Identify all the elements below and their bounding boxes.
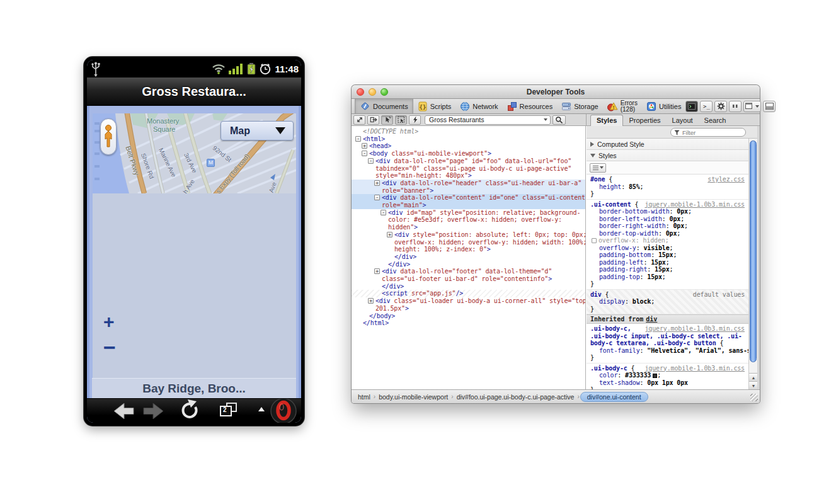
dom-line[interactable]: overflow-x: hidden; overflow-y: hidden; …: [352, 239, 585, 246]
dom-line[interactable]: +<div class="ui-loader ui-body-a ui-corn…: [352, 297, 585, 305]
dom-line[interactable]: +<div data-lol-role="header" class="ui-h…: [352, 180, 585, 187]
highlight-on-hover-button[interactable]: [381, 115, 393, 125]
css-property[interactable]: border-right-width: 0px;: [590, 222, 745, 230]
css-property[interactable]: overflow-y: visible;: [590, 244, 745, 252]
dom-line[interactable]: <!DOCTYPE html>: [352, 128, 585, 135]
css-property[interactable]: height: 85%;: [590, 183, 745, 191]
dom-line[interactable]: -<div id="map" style="position: relative…: [352, 209, 585, 217]
dom-line[interactable]: hidden">: [352, 224, 585, 231]
map-widget[interactable]: MonasterySquareBelt PkwyShore RdMarine A…: [93, 113, 296, 193]
dom-line[interactable]: role="main">: [352, 202, 585, 209]
rule-selector[interactable]: .ui-body-c: [590, 365, 627, 372]
css-property[interactable]: display: block;: [590, 298, 745, 306]
dom-line[interactable]: style="min-height: 480px">: [352, 172, 585, 180]
dom-line[interactable]: </div>: [352, 283, 585, 290]
stylesheet-link[interactable]: jquery.mobile-1.0b3.min.css: [644, 325, 745, 333]
breadcrumb-item[interactable]: html: [355, 392, 373, 401]
breadcrumb-item[interactable]: body.ui-mobile-viewport: [376, 392, 450, 401]
dom-line[interactable]: +<div data-lol-role="footer" data-lol-th…: [352, 268, 585, 275]
remote-debug-button[interactable]: [729, 101, 742, 112]
tab-resources[interactable]: Resources: [503, 99, 558, 113]
rule-selector[interactable]: div: [590, 291, 602, 298]
dom-line[interactable]: +<div style="position: absolute; left: 0…: [352, 231, 585, 239]
collapse-icon[interactable]: -: [374, 195, 380, 200]
filter-field[interactable]: [670, 128, 746, 137]
breadcrumb-item[interactable]: div#foo.ui-page.ui-body-c.ui-page-active: [454, 392, 577, 401]
computed-style-section[interactable]: Computed Style: [587, 139, 748, 150]
zoom-in-control[interactable]: +: [103, 311, 115, 333]
export-dom-button[interactable]: [367, 115, 379, 125]
css-property[interactable]: padding-left: 15px;: [590, 259, 745, 266]
dom-line[interactable]: </body>: [352, 312, 585, 320]
tab-utilities[interactable]: Utilities: [642, 99, 685, 113]
dom-line[interactable]: </html>: [352, 319, 585, 327]
stylesheet-link[interactable]: jquery.mobile-1.0b3.min.css: [644, 365, 745, 372]
stylesheet-link[interactable]: stylez.css: [707, 176, 745, 183]
close-window-icon[interactable]: [357, 88, 364, 96]
tab-styles[interactable]: Styles: [590, 115, 623, 126]
console-panel-button[interactable]: [685, 101, 698, 112]
tab-count-badge[interactable]: 2: [223, 406, 227, 413]
css-property[interactable]: border-left-width: 0px;: [590, 215, 745, 223]
dom-line[interactable]: </div>: [352, 253, 585, 261]
dom-line[interactable]: role="banner">: [352, 187, 585, 195]
select-element-button[interactable]: [395, 115, 407, 125]
zoom-window-icon[interactable]: [381, 88, 388, 96]
dom-line[interactable]: class="ui-footer ui-bar-d" role="content…: [352, 275, 585, 283]
dom-line[interactable]: -<html>: [352, 135, 585, 143]
collapse-icon[interactable]: -: [368, 158, 374, 164]
tab-errors[interactable]: ! Errors (128): [603, 99, 642, 113]
street-view-pegman-control[interactable]: [100, 118, 117, 155]
devtools-titlebar[interactable]: Developer Tools: [352, 85, 760, 99]
stylesheet-link[interactable]: jquery.mobile-1.0b3.min.css: [644, 201, 745, 209]
scroll-down-button[interactable]: ▼: [749, 381, 758, 389]
expand-icon[interactable]: +: [362, 143, 367, 149]
dom-line[interactable]: -<div data-lol-role="content" id="one" c…: [352, 194, 585, 202]
css-property[interactable]: padding-top: 15px;: [590, 273, 745, 281]
expand-icon[interactable]: +: [374, 180, 380, 186]
collapse-icon[interactable]: -: [355, 136, 361, 142]
breadcrumb-item[interactable]: div#one.ui-content: [580, 392, 648, 402]
expand-children-button[interactable]: [353, 115, 365, 125]
expand-icon[interactable]: +: [387, 232, 392, 238]
settings-button[interactable]: [714, 101, 727, 112]
styles-section[interactable]: Styles: [587, 150, 748, 161]
map-container[interactable]: [93, 193, 296, 378]
dom-line[interactable]: <script src="app.js"/>: [352, 290, 585, 297]
filter-input[interactable]: [682, 129, 739, 136]
event-breakpoint-button[interactable]: [409, 115, 421, 125]
collapse-icon[interactable]: -: [362, 151, 367, 156]
dom-line[interactable]: tabindex="0" class="ui-page ui-body-c ui…: [352, 165, 585, 173]
search-button[interactable]: [553, 115, 566, 125]
dom-line[interactable]: -<body class="ui-mobile-viewport">: [352, 150, 585, 158]
property-toggle-checkbox[interactable]: [592, 238, 597, 243]
css-property[interactable]: border-bottom-width: 0px;: [590, 208, 745, 215]
css-property[interactable]: overflow-x: hidden;: [590, 237, 745, 244]
rule-selector[interactable]: .ui-content: [590, 201, 631, 208]
style-display-options-button[interactable]: [590, 163, 606, 173]
dom-line[interactable]: color: #e5e3df; overflow-x: hidden; over…: [352, 216, 585, 224]
rule-selector[interactable]: #one: [590, 176, 605, 183]
document-context-selector[interactable]: Gross Restaurants: [425, 115, 551, 125]
minimize-window-icon[interactable]: [369, 88, 376, 96]
tab-storage[interactable]: Storage: [557, 99, 603, 113]
command-line-button[interactable]: >_: [700, 101, 713, 112]
dom-line[interactable]: </div>: [352, 261, 585, 268]
map-type-button[interactable]: Map: [220, 121, 294, 140]
dom-line[interactable]: 201.5px">: [352, 305, 585, 312]
styles-scrollbar[interactable]: ▲ ▼: [748, 139, 757, 389]
tab-properties[interactable]: Properties: [623, 115, 666, 126]
css-property[interactable]: text-shadow: 0px 1px 0px: [590, 379, 745, 387]
tab-network[interactable]: Network: [455, 99, 502, 113]
tab-documents[interactable]: Documents: [355, 99, 413, 113]
collapse-icon[interactable]: -: [381, 210, 386, 215]
inherited-from-tag[interactable]: div: [646, 316, 657, 323]
scrollbar-thumb[interactable]: [750, 140, 757, 362]
dom-tree-panel[interactable]: <!DOCTYPE html>-<html>+<head>-<body clas…: [352, 126, 586, 389]
css-property[interactable]: font-family: "Helvetica", "Arial", sans-…: [590, 347, 745, 355]
expand-icon[interactable]: +: [368, 298, 374, 304]
tab-scripts[interactable]: {} Scripts: [413, 99, 456, 113]
resize-grip-icon[interactable]: [750, 394, 758, 401]
css-property[interactable]: border-top-width: 0px;: [590, 230, 745, 238]
css-property[interactable]: padding-bottom: 15px;: [590, 251, 745, 259]
